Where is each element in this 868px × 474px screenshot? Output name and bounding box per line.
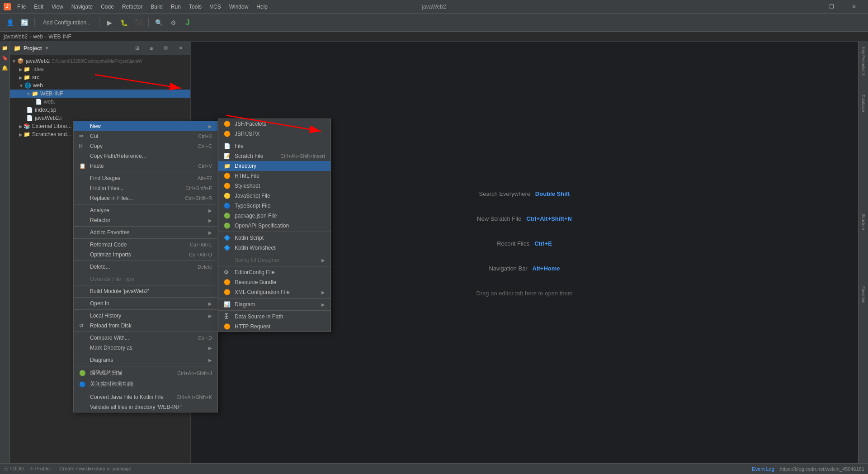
- ctx-reformat[interactable]: Reformat Code Ctrl+Alt+L: [74, 240, 217, 250]
- ctx-refactor[interactable]: Refactor ▶: [74, 215, 217, 225]
- ctx-javascript-file[interactable]: 🟡 JavaScript File: [218, 191, 330, 201]
- ctx-scratch-file[interactable]: 📝 Scratch File Ctrl+Alt+Shift+Insert: [218, 151, 330, 161]
- menu-file[interactable]: File: [14, 3, 29, 11]
- tree-item-web[interactable]: ▼ 🌐 web: [10, 81, 190, 90]
- breadcrumb-web[interactable]: web: [33, 33, 43, 40]
- project-layout-btn[interactable]: ⊞: [131, 42, 143, 55]
- ctx-jsp-jspx[interactable]: 🟠 JSP/JSPX: [218, 129, 330, 139]
- stop-button[interactable]: ⬛: [132, 16, 145, 29]
- menu-help[interactable]: Help: [253, 3, 271, 11]
- project-collapse-btn[interactable]: ≡: [145, 42, 158, 55]
- ctx-find-usages[interactable]: Find Usages Alt+F7: [74, 173, 217, 183]
- ctx-local-history[interactable]: Local History ▶: [74, 311, 217, 321]
- ctx-code-scan[interactable]: 🟢 编码规约扫描 Ctrl+Alt+Shift+J: [74, 367, 217, 379]
- project-close-btn[interactable]: ✕: [174, 42, 187, 55]
- tree-item-src[interactable]: ▶ 📁 src: [10, 73, 190, 81]
- ctx-diagrams[interactable]: Diagrams ▶: [74, 355, 217, 365]
- ctx-copypath-label: Copy Path/Reference...: [90, 153, 146, 159]
- maximize-button[interactable]: ❐: [821, 0, 842, 14]
- ctx-directory[interactable]: 📁 Directory: [218, 161, 330, 171]
- project-icon-btn[interactable]: 📁: [0, 43, 9, 52]
- database-btn[interactable]: Database: [859, 90, 868, 117]
- tree-item-indexjsp[interactable]: 📄 index.jsp: [10, 106, 190, 114]
- ctx-kotlin-worksheet[interactable]: 🔷 Kotlin Worksheet: [218, 243, 330, 253]
- menu-refactor[interactable]: Refactor: [118, 3, 146, 11]
- ctx-packagejson-label: package.json File: [235, 213, 277, 219]
- event-log-btn[interactable]: Event Log: [752, 466, 774, 472]
- ctx-kotlin-script[interactable]: 🔷 Kotlin Script: [218, 233, 330, 243]
- debug-button[interactable]: 🐛: [118, 16, 130, 29]
- menu-edit[interactable]: Edit: [30, 3, 47, 11]
- menu-code[interactable]: Code: [97, 3, 118, 11]
- structure-btn[interactable]: Structure: [859, 208, 868, 235]
- ctx-http-request[interactable]: 🟠 HTTP Request: [218, 322, 330, 332]
- ctx-reload-disk[interactable]: ↺ Reload from Disk: [74, 321, 217, 331]
- ctx-find-in-files[interactable]: Find in Files... Ctrl+Shift+F: [74, 183, 217, 193]
- toolbar-extra-btn[interactable]: J: [181, 16, 194, 29]
- ctx-resource-bundle[interactable]: 🟠 Resource Bundle: [218, 277, 330, 287]
- ctx-paste[interactable]: 📋 Paste Ctrl+V: [74, 161, 217, 171]
- ctx-findusages-shortcut: Alt+F7: [198, 175, 212, 181]
- project-title: Project: [24, 45, 42, 52]
- ctx-delete[interactable]: Delete... Delete: [74, 262, 217, 272]
- menu-run[interactable]: Run: [167, 3, 184, 11]
- project-dropdown-arrow[interactable]: ▼: [45, 46, 49, 51]
- ctx-add-favorites[interactable]: Add to Favorites ▶: [74, 228, 217, 237]
- tree-item-webinf[interactable]: ▼ 📁 WEB-INF: [10, 90, 190, 98]
- ctx-file[interactable]: 📄 File: [218, 141, 330, 151]
- run-button[interactable]: ▶: [103, 16, 116, 29]
- ctx-typescript-file[interactable]: 🔵 TypeScript File: [218, 201, 330, 211]
- menu-build[interactable]: Build: [147, 3, 166, 11]
- menu-navigate[interactable]: Navigate: [68, 3, 96, 11]
- ctx-diagram[interactable]: 📊 Diagram ▶: [218, 299, 330, 309]
- ctx-compare-with[interactable]: Compare With... Ctrl+D: [74, 333, 217, 343]
- ctx-kotlinworksheet-label: Kotlin Worksheet: [235, 245, 276, 251]
- tree-item-javaweb2[interactable]: ▼ 📦 javaWeb2 C:\Users\13288\Desktop\heiM…: [10, 57, 190, 65]
- menu-window[interactable]: Window: [226, 3, 252, 11]
- breadcrumb-webinf[interactable]: WEB-INF: [48, 33, 71, 40]
- ctx-datasource-path[interactable]: 🗄 Data Source in Path: [218, 312, 330, 322]
- favorites-btn[interactable]: Favorites: [859, 281, 868, 308]
- close-button[interactable]: ✕: [844, 0, 864, 14]
- todo-btn[interactable]: ☰ TODO: [4, 466, 24, 471]
- ctx-xml-config[interactable]: 🟠 XML Configuration File ▶: [218, 287, 330, 297]
- ctx-stylesheet[interactable]: 🟠 Stylesheet: [218, 181, 330, 191]
- search-everywhere-btn[interactable]: 🔍: [152, 16, 165, 29]
- bookmarks-icon-btn[interactable]: 🔖: [0, 53, 9, 62]
- ctx-packagejson[interactable]: 🟢 package.json File: [218, 211, 330, 221]
- notifications-icon-btn[interactable]: 🔔: [0, 63, 9, 72]
- ctx-jsf-facelets[interactable]: 🟠 JSF/Facelets: [218, 119, 330, 129]
- add-configuration-button[interactable]: Add Configuration...: [38, 18, 95, 27]
- settings-btn[interactable]: ⚙: [167, 16, 179, 29]
- ctx-convert-kotlin[interactable]: Convert Java File to Kotlin File Ctrl+Al…: [74, 392, 217, 402]
- menu-view[interactable]: View: [48, 3, 67, 11]
- problems-btn[interactable]: ⚠ Probler: [29, 466, 52, 471]
- ctx-copy-path[interactable]: Copy Path/Reference...: [74, 151, 217, 161]
- menu-tools[interactable]: Tools: [185, 3, 205, 11]
- ctx-html-file[interactable]: 🟠 HTML File: [218, 171, 330, 181]
- ctx-open-in[interactable]: Open In ▶: [74, 299, 217, 308]
- toolbar-profile-btn[interactable]: 👤: [4, 16, 16, 29]
- menu-vcs[interactable]: VCS: [206, 3, 225, 11]
- ctx-mark-dir[interactable]: Mark Directory as ▶: [74, 343, 217, 353]
- breadcrumb-project[interactable]: javaWeb2: [4, 33, 28, 40]
- toolbar-sync-btn[interactable]: 🔄: [18, 16, 31, 29]
- ctx-copy[interactable]: ⎘ Copy Ctrl+C: [74, 141, 217, 151]
- project-settings-btn[interactable]: ⚙: [160, 42, 172, 55]
- ctx-cut[interactable]: ✂ Cut Ctrl+X: [74, 131, 217, 141]
- ctx-new[interactable]: New ▶: [74, 121, 217, 131]
- tree-item-idea[interactable]: ▶ 📁 .idea: [10, 65, 190, 73]
- ctx-build-module[interactable]: Build Module 'javaWeb2': [74, 286, 217, 296]
- minimize-button[interactable]: —: [798, 0, 819, 14]
- ctx-analyze[interactable]: Analyze ▶: [74, 205, 217, 215]
- ctx-editorconfig[interactable]: ⚙ EditorConfig File: [218, 267, 330, 277]
- ctx-openapi[interactable]: 🟢 OpenAPI Specification: [218, 221, 330, 231]
- key-promoter-btn[interactable]: Key Promoter X: [859, 43, 868, 80]
- ctx-optimize-imports[interactable]: Optimize Imports Ctrl+Alt+O: [74, 250, 217, 260]
- ctx-validate[interactable]: Validate all files in directory 'WEB-INF…: [74, 402, 217, 412]
- tree-item-webxml[interactable]: 📄 web.: [10, 98, 190, 106]
- ctx-sep-1: [74, 172, 217, 172]
- ctx-replace-in-files[interactable]: Replace in Files... Ctrl+Shift+R: [74, 193, 217, 203]
- ctx-jsfile-icon: 🟡: [224, 193, 232, 199]
- ctx-close-realtime[interactable]: 🔵 关闭实时检测功能: [74, 379, 217, 390]
